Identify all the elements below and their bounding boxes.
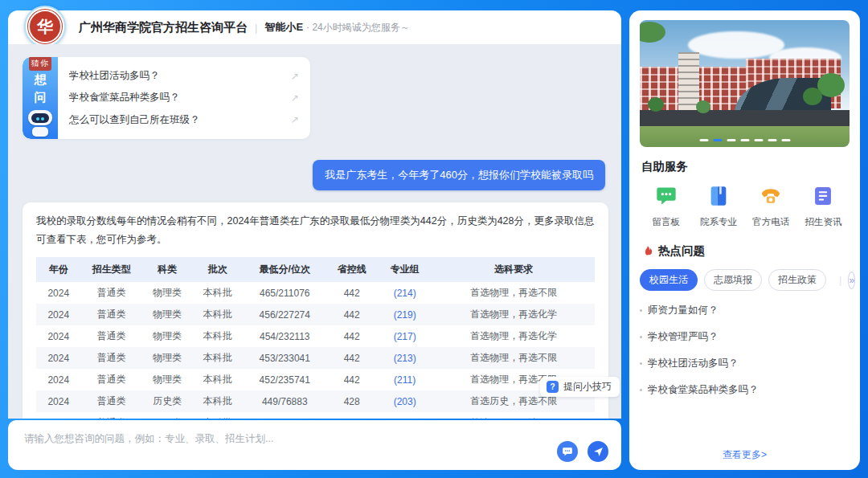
school-logo: 华 bbox=[24, 6, 66, 47]
col-header: 最低分/位次 bbox=[243, 257, 326, 282]
banner-tag: 猜你 bbox=[29, 57, 51, 71]
carousel-dot[interactable] bbox=[754, 139, 763, 142]
building-base-shape bbox=[640, 110, 850, 126]
question-mark-icon: ? bbox=[547, 381, 559, 393]
table-row: 2024普通类 物理类本科批 465/211076442 (214) 首选物理，… bbox=[36, 282, 595, 304]
admission-score-table: 年份 招生类型 科类 批次 最低分/位次 省控线 专业组 选科要求 2024普通 bbox=[36, 257, 595, 419]
bot-answer-text: 我校的录取分数线每年的情况会稍有不同，2024年普通类在广东的录取最低分物理类为… bbox=[36, 212, 595, 249]
school-logo-emblem: 华 bbox=[28, 10, 62, 43]
suggested-question[interactable]: 怎么可以查到自己所在班级？ ↗ bbox=[69, 113, 299, 127]
carousel-dot-active[interactable] bbox=[713, 139, 722, 142]
hot-question[interactable]: 学校社团活动多吗？ bbox=[640, 350, 850, 377]
carousel-dot[interactable] bbox=[740, 139, 749, 142]
chat-area: 猜你 想 问 学校社团活动多吗？ ↗ 学校食堂菜品种类多吗？ ↗ bbox=[8, 44, 621, 419]
title-separator: | bbox=[255, 22, 257, 34]
question-tips-button[interactable]: ? 提问小技巧 bbox=[540, 377, 620, 397]
banner-char: 问 bbox=[35, 88, 47, 106]
table-row: 2024普通类 历史类本科批 449/76883428 (203) 首选历史，再… bbox=[36, 390, 595, 412]
quick-chat-button[interactable] bbox=[557, 441, 578, 462]
service-tagline: · 24小时竭诚为您服务～ bbox=[306, 21, 410, 35]
view-more-link[interactable]: 查看更多> bbox=[723, 448, 767, 462]
message-input-card bbox=[8, 420, 621, 470]
tab-campus-life[interactable]: 校园生活 bbox=[640, 269, 698, 291]
tab-application[interactable]: 志愿填报 bbox=[704, 269, 762, 291]
message-board-icon bbox=[655, 185, 678, 207]
hot-question[interactable]: 师资力量如何？ bbox=[640, 297, 850, 324]
col-header: 招生类型 bbox=[81, 257, 142, 282]
flame-icon bbox=[641, 245, 653, 257]
table-row: 2024普通类 物理类本科批 456/227274442 (219) 首选物理，… bbox=[36, 304, 595, 325]
hot-question[interactable]: 学校食堂菜品种类多吗？ bbox=[640, 377, 850, 403]
major-group-link[interactable]: (213) bbox=[394, 353, 416, 364]
col-header: 选科要求 bbox=[432, 257, 595, 282]
service-phone[interactable]: 官方电话 bbox=[745, 185, 797, 228]
services-title: 自助服务 bbox=[641, 159, 848, 174]
chat-bubble-icon bbox=[562, 446, 573, 457]
tree-shape bbox=[648, 97, 664, 112]
share-arrow-icon: ↗ bbox=[291, 92, 299, 104]
tabs-divider: | bbox=[839, 274, 841, 286]
phone-icon bbox=[760, 185, 782, 207]
page: 华 广州华商学院官方招生咨询平台 | 智能小E · 24小时竭诚为您服务～ 猜你… bbox=[0, 0, 868, 478]
header-bar: 华 广州华商学院官方招生咨询平台 | 智能小E · 24小时竭诚为您服务～ bbox=[8, 10, 621, 44]
tree-shape bbox=[696, 100, 710, 113]
service-departments[interactable]: 院系专业 bbox=[692, 185, 744, 228]
col-header: 省控线 bbox=[326, 257, 377, 282]
message-input[interactable] bbox=[23, 431, 588, 461]
table-header-row: 年份 招生类型 科类 批次 最低分/位次 省控线 专业组 选科要求 bbox=[36, 257, 595, 282]
chat-panel: 华 广州华商学院官方招生咨询平台 | 智能小E · 24小时竭诚为您服务～ 猜你… bbox=[8, 10, 621, 470]
hot-question[interactable]: 学校管理严吗？ bbox=[640, 324, 850, 350]
carousel-dot[interactable] bbox=[768, 139, 776, 142]
banner-char: 想 bbox=[35, 71, 47, 88]
table-row: 2024普通类 物理类本科批 453/233041442 (213) 首选物理，… bbox=[36, 347, 595, 369]
table-row: 2024普通类 物理类本科批 445/247408442 (212) 首选物理，… bbox=[36, 412, 595, 419]
bot-name: 智能小E bbox=[264, 20, 303, 35]
suggested-question[interactable]: 学校食堂菜品种类多吗？ ↗ bbox=[69, 91, 299, 104]
page-title: 广州华商学院官方招生咨询平台 bbox=[79, 20, 248, 35]
service-message-board[interactable]: 留言板 bbox=[640, 185, 692, 228]
major-group-link[interactable]: (214) bbox=[394, 288, 416, 299]
tree-shape bbox=[803, 88, 822, 105]
info-sidebar: 自助服务 留言板 院系专业 bbox=[629, 10, 860, 470]
major-group-link[interactable]: (211) bbox=[394, 374, 416, 386]
hot-question-tabs: 校园生活 志愿填报 招生政策 | » bbox=[640, 269, 850, 291]
suggested-question-list: 学校社团活动多吗？ ↗ 学校食堂菜品种类多吗？ ↗ 怎么可以查到自己所在班级？ … bbox=[58, 57, 310, 139]
major-group-link[interactable]: (217) bbox=[394, 331, 416, 342]
expand-tabs-button[interactable]: » bbox=[848, 272, 855, 289]
tree-shape bbox=[640, 22, 665, 43]
carousel-dot[interactable] bbox=[699, 139, 708, 142]
col-header: 年份 bbox=[36, 257, 81, 282]
user-message-bubble: 我是广东考生，今年考了460分，想报你们学校能被录取吗 bbox=[313, 160, 605, 190]
carousel-dot[interactable] bbox=[781, 139, 790, 142]
table-row: 2024普通类 物理类本科批 454/232113442 (217) 首选物理，… bbox=[36, 325, 595, 347]
guess-you-ask-banner: 猜你 想 问 bbox=[23, 57, 58, 139]
hot-questions-title: 热点问题 bbox=[658, 243, 705, 259]
tab-policy[interactable]: 招生政策 bbox=[768, 269, 826, 291]
carousel-dots bbox=[699, 139, 790, 142]
robot-mascot-icon bbox=[27, 110, 53, 137]
major-group-link[interactable]: (203) bbox=[394, 396, 416, 407]
major-group-link[interactable]: (212) bbox=[394, 418, 416, 419]
table-row: 2024普通类 物理类本科批 452/235741442 (211) 首选物理，… bbox=[36, 369, 595, 390]
col-header: 专业组 bbox=[377, 257, 433, 282]
hot-question-list: 师资力量如何？ 学校管理严吗？ 学校社团活动多吗？ 学校食堂菜品种类多吗？ bbox=[640, 297, 850, 403]
carousel-dot[interactable] bbox=[727, 139, 735, 142]
send-button[interactable] bbox=[588, 441, 608, 462]
lawn-shape bbox=[640, 126, 850, 147]
services-row: 留言板 院系专业 官方电话 bbox=[640, 185, 850, 228]
bot-answer-card: 我校的录取分数线每年的情况会稍有不同，2024年普通类在广东的录取最低分物理类为… bbox=[23, 202, 608, 419]
share-arrow-icon: ↗ bbox=[291, 114, 299, 125]
departments-icon bbox=[707, 185, 730, 207]
admission-news-icon bbox=[812, 185, 834, 207]
suggested-question[interactable]: 学校社团活动多吗？ ↗ bbox=[69, 69, 299, 83]
suggested-questions-card: 猜你 想 问 学校社团活动多吗？ ↗ 学校食堂菜品种类多吗？ ↗ bbox=[23, 57, 310, 139]
major-group-link[interactable]: (219) bbox=[394, 309, 416, 321]
service-admission-news[interactable]: 招生资讯 bbox=[797, 185, 850, 228]
paper-plane-icon bbox=[593, 447, 604, 457]
send-button-group bbox=[557, 441, 608, 462]
hot-questions-header: 热点问题 bbox=[641, 243, 848, 259]
col-header: 批次 bbox=[193, 257, 244, 282]
user-message-row: 我是广东考生，今年考了460分，想报你们学校能被录取吗 bbox=[8, 160, 605, 190]
campus-photo-carousel[interactable] bbox=[640, 20, 850, 147]
col-header: 科类 bbox=[142, 257, 193, 282]
